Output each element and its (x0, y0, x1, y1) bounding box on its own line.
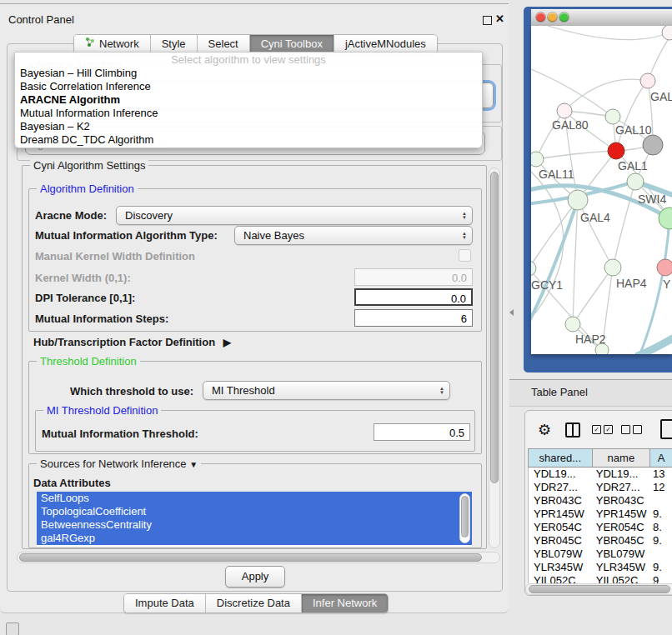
table-cell: YBR045C (593, 534, 649, 548)
column-header-partial[interactable]: A (650, 449, 672, 467)
document-icon[interactable] (660, 419, 672, 439)
network-node[interactable] (662, 26, 672, 40)
column-header-name[interactable]: name (593, 449, 651, 467)
network-node-gal80[interactable] (557, 103, 572, 118)
algorithm-option[interactable]: ARACNE Algorithm (15, 93, 482, 107)
table-row[interactable]: YER054CYER054C8. (529, 521, 672, 534)
tab-infer-network[interactable]: Infer Network (302, 594, 388, 612)
algorithm-option[interactable]: Dream8 DC_TDC Algorithm (15, 133, 482, 147)
settings-vertical-scrollbar[interactable] (489, 168, 500, 548)
tab-select[interactable]: Select (198, 35, 250, 53)
network-edge (531, 172, 564, 313)
algorithm-option[interactable]: Bayesian – Hill Climbing (15, 67, 482, 80)
float-window-icon[interactable] (483, 16, 492, 25)
table-row[interactable]: YBR045CYBR045C9. (529, 534, 672, 548)
algorithm-option[interactable]: Basic Correlation Inference (15, 80, 482, 93)
corner-grip-icon[interactable] (6, 622, 19, 635)
table-body: YDL19...YDL19...13YDR27...YDR27...12YBR0… (528, 468, 672, 583)
table-row[interactable]: YBL079WYBL079W (529, 548, 672, 561)
table-cell: YIL052C (593, 574, 649, 583)
table-row[interactable]: YDL19...YDL19...13 (529, 468, 672, 481)
table-row[interactable]: YLR345WYLR345W9. (529, 561, 672, 574)
network-node[interactable] (643, 135, 663, 155)
network-node-gal1[interactable] (608, 142, 624, 159)
tab-label: Network (99, 35, 139, 53)
network-node-gcy1[interactable] (531, 261, 536, 276)
tab-impute-data[interactable]: Impute Data (124, 594, 206, 612)
combo-spinner-icon: ▲▼ (457, 212, 472, 220)
network-node-gal2[interactable] (640, 73, 655, 88)
node-label-gal1: GAL1 (618, 159, 648, 172)
panel-collapse-icon[interactable] (509, 309, 514, 316)
attribute-list-item[interactable]: gal4RGexp (37, 532, 472, 545)
cyni-settings-group-label: Cyni Algorithm Settings (30, 159, 148, 172)
apply-button[interactable]: Apply (225, 566, 285, 588)
minimize-traffic-light-icon[interactable] (548, 12, 557, 22)
hub-definition-expander[interactable]: Hub/Transcription Factor Definition ▶ (33, 336, 231, 348)
node-label-gal4: GAL4 (580, 211, 610, 224)
algorithm-option[interactable]: Mutual Information Inference (15, 107, 482, 120)
hub-definition-label: Hub/Transcription Factor Definition (33, 336, 215, 348)
tab-network[interactable]: Network (74, 35, 151, 53)
dpi-tolerance-label: DPI Tolerance [0,1]: (35, 292, 135, 304)
tab-jactivemnodules[interactable]: jActiveMNodules (334, 35, 437, 53)
algorithm-option[interactable]: Bayesian – K2 (15, 120, 482, 133)
table-horizontal-scrollbar[interactable] (525, 583, 672, 595)
network-node-swi4[interactable] (627, 173, 644, 190)
table-panel-title: Table Panel (531, 386, 588, 398)
mi-type-combo[interactable]: Naive Bayes ▲▼ (234, 226, 473, 245)
network-node-y[interactable] (657, 259, 672, 276)
columns-icon[interactable] (565, 422, 580, 438)
table-cell: YIL052C (529, 574, 593, 583)
table-cell: YLR345W (529, 561, 593, 574)
mi-steps-field[interactable]: 6 (354, 309, 473, 327)
table-row[interactable]: YBR043CYBR043C (529, 494, 672, 508)
checked-pair-icon[interactable]: ✓✓ (592, 425, 613, 434)
attribute-list-item[interactable]: TopologicalCoefficient (37, 505, 472, 518)
dpi-tolerance-field[interactable]: 0.0 (354, 288, 473, 306)
gear-icon[interactable]: ⚙ (538, 421, 551, 439)
zoom-traffic-light-icon[interactable] (559, 12, 569, 22)
manual-kernel-checkbox (459, 249, 471, 262)
attributes-list-scrollbar[interactable] (459, 493, 470, 543)
unchecked-pair-icon[interactable] (621, 425, 642, 434)
table-row[interactable]: YDR27...YDR27...12 (529, 481, 672, 494)
app-window: Control Panel ✕ Inference Algorithm gal4… (0, 0, 672, 635)
close-icon[interactable]: ✕ (495, 12, 504, 25)
tab-style[interactable]: Style (151, 35, 198, 53)
network-node-gal11[interactable] (531, 152, 544, 167)
node-label-gal80: GAL80 (552, 118, 589, 132)
sources-label-text: Sources for Network Inference (40, 458, 187, 470)
which-threshold-combo[interactable]: MI Threshold ▲▼ (203, 381, 450, 400)
close-traffic-light-icon[interactable] (536, 12, 545, 22)
network-edge (531, 200, 578, 328)
combo-spinner-icon: ▲▼ (434, 387, 449, 395)
network-node-hap4[interactable] (604, 259, 621, 276)
table-row[interactable]: YIL052CYIL052C9 (529, 574, 672, 583)
attribute-list-item[interactable]: BetweennessCentrality (37, 518, 472, 532)
settings-horizontal-scrollbar[interactable] (17, 552, 500, 563)
tab-cyni-toolbox[interactable]: Cyni Toolbox (250, 35, 334, 53)
attribute-list-item[interactable]: SelfLoops (37, 492, 472, 505)
network-node-hap2[interactable] (565, 317, 580, 332)
algorithm-popup-placeholder: Select algorithm to view settings (15, 52, 482, 67)
table-row[interactable]: YPR145WYPR145W9. (529, 508, 672, 521)
tab-label: Impute Data (135, 594, 194, 612)
data-attributes-label: Data Attributes (33, 477, 111, 489)
tab-discretize-data[interactable]: Discretize Data (206, 594, 302, 612)
table-cell: 12 (649, 481, 672, 494)
network-node[interactable] (659, 208, 672, 229)
network-edge (548, 26, 672, 40)
node-label-gal10: GAL10 (615, 123, 652, 137)
table-cell (649, 548, 672, 561)
network-canvas[interactable]: GAL2GAL80GAL10GAL1GAL11SWI4GAL4GCY1HAP4Y… (531, 26, 672, 354)
mi-threshold-field[interactable]: 0.5 (374, 423, 470, 441)
node-label-hap2: HAP2 (575, 332, 606, 346)
sources-group-label[interactable]: Sources for Network Inference ▼ (37, 458, 201, 470)
network-node-gal10[interactable] (605, 109, 620, 124)
column-header-shared-name[interactable]: shared... (529, 449, 593, 467)
network-node-gal4[interactable] (568, 190, 588, 210)
table-cell: YBL079W (593, 548, 649, 561)
network-edge (564, 79, 648, 111)
aracne-mode-combo[interactable]: Discovery ▲▼ (116, 206, 473, 225)
